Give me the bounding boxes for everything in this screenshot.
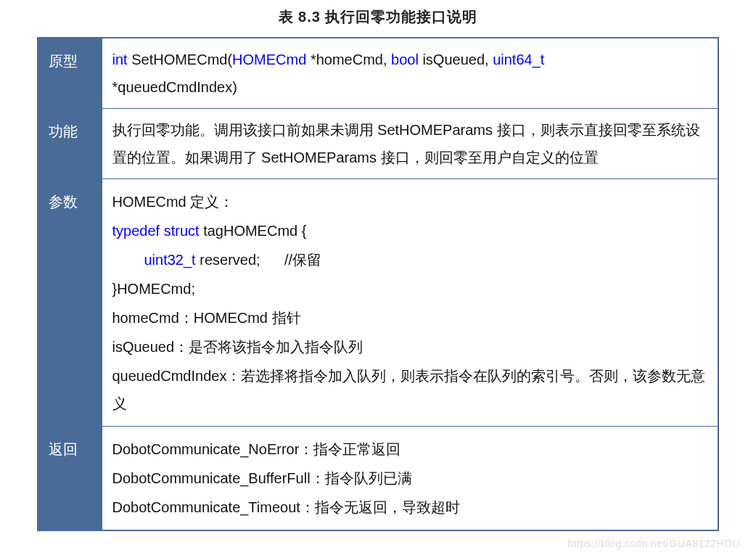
api-table: 原型 int SetHOMECmd(HOMECmd *homeCmd, bool… — [37, 37, 719, 531]
row-header-func: 功能 — [38, 109, 102, 179]
text: *queuedCmdIndex) — [112, 79, 237, 95]
text: tagHOMECmd { — [200, 223, 307, 239]
param-line: HOMECmd 定义： — [112, 188, 710, 216]
param-line: queuedCmdIndex：若选择将指令加入队列，则表示指令在队列的索引号。否… — [112, 362, 710, 417]
param-line: }HOMECmd; — [112, 275, 710, 303]
cell-return: DobotCommunicate_NoError：指令正常返回 DobotCom… — [102, 427, 718, 531]
param-line: typedef struct tagHOMECmd { — [112, 217, 710, 245]
return-line: DobotCommunicate_NoError：指令正常返回 — [112, 435, 710, 463]
row-header-proto: 原型 — [38, 38, 102, 109]
text: SetHOMECmd( — [128, 52, 232, 67]
param-line: uint32_t reserved; //保留 — [112, 246, 710, 274]
text: *homeCmd, — [306, 52, 391, 67]
kw-typedef: typedef — [112, 223, 160, 239]
table-row: 功能 执行回零功能。调用该接口前如果未调用 SetHOMEParams 接口，则… — [38, 109, 718, 179]
cell-params: HOMECmd 定义： typedef struct tagHOMECmd { … — [102, 179, 718, 427]
table-row: 参数 HOMECmd 定义： typedef struct tagHOMECmd… — [38, 179, 718, 427]
type-homecmd: HOMECmd — [232, 52, 306, 67]
comment: //保留 — [284, 252, 321, 268]
kw-struct: struct — [164, 223, 200, 239]
cell-proto: int SetHOMECmd(HOMECmd *homeCmd, bool is… — [102, 38, 718, 109]
cell-func: 执行回零功能。调用该接口前如果未调用 SetHOMEParams 接口，则表示直… — [102, 109, 718, 179]
row-header-return: 返回 — [38, 427, 102, 531]
text: isQueued, — [419, 52, 493, 67]
text: reserved; — [196, 252, 260, 268]
table-row: 返回 DobotCommunicate_NoError：指令正常返回 Dobot… — [38, 427, 718, 531]
table-caption: 表 8.3 执行回零功能接口说明 — [0, 7, 756, 27]
watermark: https://blog.csdn.net/GUA8122HOU — [567, 538, 740, 549]
type-uint32: uint32_t — [144, 252, 196, 268]
row-header-params: 参数 — [38, 179, 102, 427]
kw-bool: bool — [391, 52, 419, 67]
table-row: 原型 int SetHOMECmd(HOMECmd *homeCmd, bool… — [38, 38, 718, 109]
return-line: DobotCommunicate_BufferFull：指令队列已满 — [112, 464, 710, 492]
type-uint64: uint64_t — [493, 52, 544, 67]
param-line: homeCmd：HOMECmd 指针 — [112, 304, 710, 332]
kw-int: int — [112, 52, 128, 67]
param-line: isQueued：是否将该指令加入指令队列 — [112, 333, 710, 361]
return-line: DobotCommunicate_Timeout：指令无返回，导致超时 — [112, 493, 710, 521]
